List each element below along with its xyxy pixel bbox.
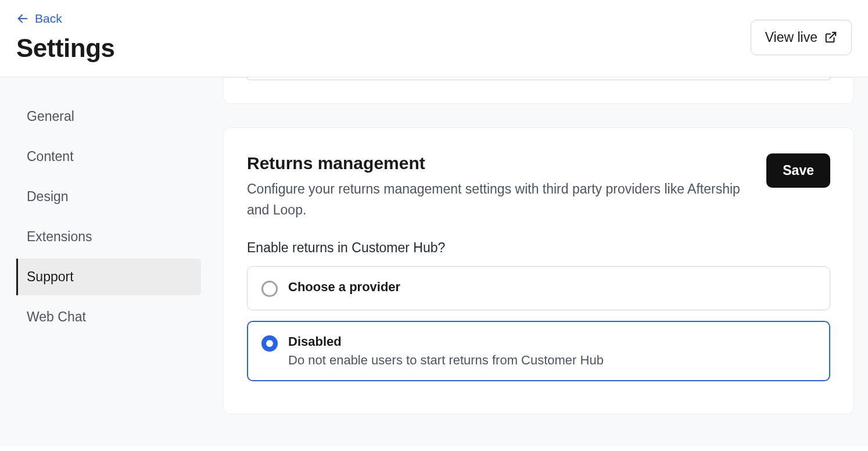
sidebar-item-label: General [27, 109, 74, 124]
returns-radio-group: Choose a provider Disabled Do not enable… [247, 266, 830, 381]
sidebar-item-label: Web Chat [27, 309, 86, 324]
view-live-label: View live [765, 30, 817, 45]
previous-card-peek [223, 77, 854, 104]
back-link[interactable]: Back [16, 12, 115, 26]
radio-icon [261, 335, 278, 352]
sidebar-item-design[interactable]: Design [16, 178, 201, 215]
sidebar-item-label: Extensions [27, 229, 92, 244]
svg-line-1 [830, 33, 835, 38]
radio-description: Do not enable users to start returns fro… [288, 353, 604, 368]
previous-card-inner-border [246, 77, 831, 80]
returns-management-card: Returns management Configure your return… [223, 127, 854, 414]
header-left: Back Settings [16, 12, 115, 63]
sidebar-item-label: Content [27, 149, 74, 164]
radio-title: Disabled [288, 334, 604, 349]
radio-title: Choose a provider [288, 280, 400, 295]
sidebar-item-label: Support [27, 269, 74, 284]
sidebar-item-content[interactable]: Content [16, 138, 201, 175]
radio-text: Disabled Do not enable users to start re… [288, 334, 604, 368]
card-description: Configure your returns management settin… [247, 179, 747, 220]
card-header-text: Returns management Configure your return… [247, 153, 747, 220]
external-link-icon [824, 31, 837, 44]
main-content: Returns management Configure your return… [209, 77, 868, 446]
enable-returns-label: Enable returns in Customer Hub? [247, 240, 830, 256]
sidebar: General Content Design Extensions Suppor… [0, 77, 209, 446]
sidebar-item-web-chat[interactable]: Web Chat [16, 299, 201, 335]
body: General Content Design Extensions Suppor… [0, 77, 868, 446]
card-header: Returns management Configure your return… [247, 153, 830, 220]
view-live-button[interactable]: View live [751, 20, 852, 55]
radio-text: Choose a provider [288, 280, 400, 295]
back-link-label: Back [35, 12, 62, 26]
radio-option-choose-provider[interactable]: Choose a provider [247, 266, 830, 310]
page-title: Settings [16, 34, 115, 63]
sidebar-item-support[interactable]: Support [16, 259, 201, 295]
radio-option-disabled[interactable]: Disabled Do not enable users to start re… [247, 321, 830, 381]
sidebar-item-general[interactable]: General [16, 98, 201, 135]
arrow-left-icon [16, 12, 29, 25]
card-title: Returns management [247, 153, 747, 173]
save-button[interactable]: Save [766, 153, 830, 188]
sidebar-item-extensions[interactable]: Extensions [16, 219, 201, 255]
radio-icon [261, 281, 278, 297]
page-header: Back Settings View live [0, 0, 868, 77]
sidebar-item-label: Design [27, 189, 69, 204]
